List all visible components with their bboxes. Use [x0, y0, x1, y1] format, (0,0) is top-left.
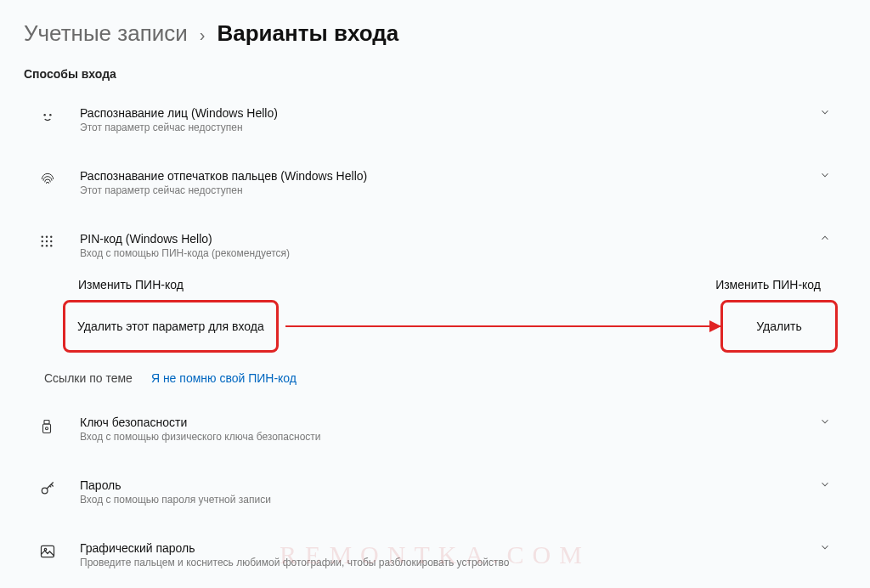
option-pin-sub: Вход с помощью ПИН-кода (рекомендуется): [80, 247, 812, 259]
option-picture-password[interactable]: Графический пароль Проведите пальцем и к…: [24, 531, 846, 579]
svg-rect-15: [42, 546, 54, 557]
svg-point-14: [42, 488, 48, 494]
chevron-down-icon: [812, 478, 838, 490]
svg-point-10: [50, 245, 52, 246]
option-picture-sub: Проведите пальцем и коснитесь любимой фо…: [80, 557, 812, 568]
remove-pin-option-box[interactable]: Удалить этот параметр для входа: [63, 300, 279, 353]
svg-rect-12: [43, 424, 51, 433]
svg-point-6: [46, 240, 48, 242]
option-pin[interactable]: PIN-код (Windows Hello) Вход с помощью П…: [24, 222, 846, 269]
svg-point-0: [43, 114, 46, 116]
option-fingerprint-title: Распознавание отпечатков пальцев (Window…: [80, 169, 812, 183]
change-pin-label-right: Изменить ПИН-код: [715, 278, 821, 291]
option-password-title: Пароль: [80, 478, 812, 492]
fingerprint-icon: [39, 169, 80, 188]
chevron-down-icon: [812, 169, 838, 181]
option-fingerprint-sub: Этот параметр сейчас недоступен: [80, 184, 812, 196]
face-icon: [39, 106, 80, 125]
option-fingerprint[interactable]: Распознавание отпечатков пальцев (Window…: [24, 159, 846, 206]
option-face-sub: Этот параметр сейчас недоступен: [80, 122, 812, 133]
option-security-key[interactable]: Ключ безопасности Вход с помощью физичес…: [24, 405, 846, 453]
svg-point-4: [50, 236, 52, 238]
remove-pin-button[interactable]: Удалить: [720, 300, 838, 353]
change-pin-label-left: Изменить ПИН-код: [78, 278, 184, 291]
chevron-down-icon: [812, 416, 838, 427]
forgot-pin-link[interactable]: Я не помню свой ПИН-код: [151, 371, 297, 385]
option-password[interactable]: Пароль Вход с помощью пароля учетной зап…: [24, 468, 846, 516]
chevron-down-icon: [812, 106, 838, 118]
usb-key-icon: [39, 416, 80, 436]
chevron-down-icon: [812, 541, 838, 553]
option-picture-title: Графический пароль: [80, 541, 812, 555]
option-seckey-sub: Вход с помощью физического ключа безопас…: [80, 431, 812, 443]
option-seckey-title: Ключ безопасности: [80, 416, 812, 429]
breadcrumb: Учетные записи › Варианты входа: [24, 20, 846, 47]
svg-point-5: [42, 240, 43, 242]
svg-point-13: [46, 427, 48, 430]
picture-icon: [39, 541, 80, 560]
svg-point-8: [42, 245, 43, 246]
chevron-right-icon: ›: [200, 25, 206, 45]
svg-point-16: [44, 548, 47, 551]
pin-expanded-area: Изменить ПИН-код Изменить ПИН-код Удалит…: [70, 269, 838, 353]
svg-point-7: [50, 240, 52, 242]
key-icon: [39, 478, 80, 497]
pin-keypad-icon: [39, 232, 80, 249]
breadcrumb-current: Варианты входа: [217, 20, 398, 47]
svg-point-2: [42, 236, 43, 238]
breadcrumb-parent[interactable]: Учетные записи: [24, 20, 188, 47]
svg-point-1: [49, 114, 52, 116]
section-heading: Способы входа: [24, 67, 846, 81]
svg-rect-11: [44, 421, 49, 425]
option-password-sub: Вход с помощью пароля учетной записи: [80, 494, 812, 506]
annotation-arrow: [285, 325, 720, 327]
chevron-up-icon: [812, 232, 838, 244]
svg-point-3: [46, 236, 48, 238]
svg-point-9: [46, 245, 48, 246]
pin-links-row: Ссылки по теме Я не помню свой ПИН-код: [24, 353, 846, 405]
option-face[interactable]: Распознавание лиц (Windows Hello) Этот п…: [24, 96, 846, 144]
option-face-title: Распознавание лиц (Windows Hello): [80, 106, 812, 120]
option-pin-title: PIN-код (Windows Hello): [80, 232, 812, 246]
related-links-label: Ссылки по теме: [44, 371, 133, 385]
